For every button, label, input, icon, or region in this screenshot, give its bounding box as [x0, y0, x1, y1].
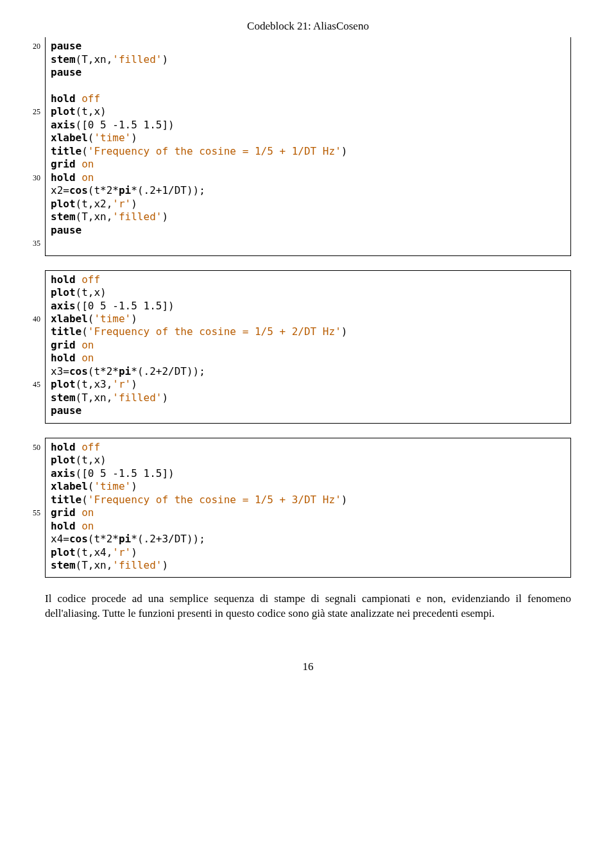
code-line: 30hold on — [46, 171, 570, 184]
line-number — [15, 273, 46, 286]
code-content: pause — [46, 224, 81, 237]
code-line: xlabel('time') — [46, 132, 570, 144]
code-content — [46, 80, 57, 92]
code-content: x4=cos(t*2*pi*(.2+3/DT)); — [46, 533, 205, 546]
code-line: plot(t,x4,'r') — [46, 546, 570, 559]
code-line — [46, 80, 570, 92]
code-line: xlabel('time') — [46, 480, 570, 493]
code-line: pause — [46, 404, 570, 417]
line-number — [15, 494, 46, 506]
line-number — [15, 404, 46, 417]
code-line: hold off — [46, 273, 570, 286]
code-content: hold on — [46, 520, 94, 533]
code-content: title('Frequency of the cosine = 1/5 + 2… — [46, 325, 347, 338]
line-number — [15, 224, 46, 237]
line-number — [15, 300, 46, 313]
line-number — [15, 467, 46, 480]
code-line: 45plot(t,x3,'r') — [46, 378, 570, 391]
code-line: plot(t,x) — [46, 454, 570, 467]
codeblocks-container: 20pausestem(T,xn,'filled')pause hold off… — [45, 37, 571, 578]
code-line: plot(t,x) — [46, 286, 570, 299]
code-line: title('Frequency of the cosine = 1/5 + 2… — [46, 325, 570, 338]
code-line: hold on — [46, 352, 570, 365]
code-content: title('Frequency of the cosine = 1/5 + 3… — [46, 494, 347, 506]
code-content: xlabel('time') — [46, 313, 137, 325]
line-number — [15, 520, 46, 533]
code-content: plot(t,x) — [46, 105, 107, 118]
line-number: 50 — [15, 441, 46, 454]
code-line: stem(T,xn,'filled') — [46, 211, 570, 223]
code-content: hold off — [46, 92, 100, 105]
code-line: axis([0 5 -1.5 1.5]) — [46, 300, 570, 313]
line-number — [15, 132, 46, 144]
line-number — [15, 184, 46, 197]
code-content: xlabel('time') — [46, 480, 137, 493]
code-line: 40xlabel('time') — [46, 313, 570, 325]
line-number — [15, 198, 46, 211]
line-number — [15, 286, 46, 299]
code-content — [46, 237, 57, 250]
codeblock: 20pausestem(T,xn,'filled')pause hold off… — [45, 37, 571, 256]
line-number — [15, 119, 46, 132]
line-number: 20 — [15, 40, 46, 53]
code-line: title('Frequency of the cosine = 1/5 + 1… — [46, 145, 570, 158]
line-number — [15, 53, 46, 66]
code-line: x2=cos(t*2*pi*(.2+1/DT)); — [46, 184, 570, 197]
line-number — [15, 92, 46, 105]
code-content: x2=cos(t*2*pi*(.2+1/DT)); — [46, 184, 205, 197]
code-line: 55grid on — [46, 506, 570, 519]
line-number — [15, 145, 46, 158]
code-content: x3=cos(t*2*pi*(.2+2/DT)); — [46, 365, 205, 378]
line-number — [15, 158, 46, 171]
code-content: grid on — [46, 158, 94, 171]
line-number: 40 — [15, 313, 46, 325]
code-content: stem(T,xn,'filled') — [46, 211, 168, 223]
code-line: 50hold off — [46, 441, 570, 454]
line-number — [15, 66, 46, 79]
line-number: 25 — [15, 105, 46, 118]
code-content: title('Frequency of the cosine = 1/5 + 1… — [46, 145, 347, 158]
code-content: grid on — [46, 506, 94, 519]
code-content: xlabel('time') — [46, 132, 137, 144]
line-number — [15, 454, 46, 467]
code-line: x3=cos(t*2*pi*(.2+2/DT)); — [46, 365, 570, 378]
code-line: 25plot(t,x) — [46, 105, 570, 118]
code-line: 20pause — [46, 40, 570, 53]
code-content: pause — [46, 66, 81, 79]
code-content: stem(T,xn,'filled') — [46, 53, 168, 66]
code-content: stem(T,xn,'filled') — [46, 392, 168, 404]
code-line: hold off — [46, 92, 570, 105]
code-content: hold on — [46, 352, 94, 365]
code-content: plot(t,x) — [46, 454, 107, 467]
code-content: axis([0 5 -1.5 1.5]) — [46, 467, 175, 480]
code-line: x4=cos(t*2*pi*(.2+3/DT)); — [46, 533, 570, 546]
code-line: stem(T,xn,'filled') — [46, 559, 570, 572]
line-number — [15, 211, 46, 223]
codeblock: 50hold offplot(t,x)axis([0 5 -1.5 1.5])x… — [45, 438, 571, 578]
line-number: 30 — [15, 171, 46, 184]
code-line: pause — [46, 224, 570, 237]
code-line: grid on — [46, 339, 570, 352]
code-line: stem(T,xn,'filled') — [46, 392, 570, 404]
line-number — [15, 339, 46, 352]
line-number — [15, 392, 46, 404]
code-content: stem(T,xn,'filled') — [46, 559, 168, 572]
body-paragraph: Il codice procede ad una semplice sequen… — [45, 592, 571, 621]
code-content: grid on — [46, 339, 94, 352]
code-line: pause — [46, 66, 570, 79]
codeblock: hold offplot(t,x)axis([0 5 -1.5 1.5])40x… — [45, 270, 571, 424]
line-number — [15, 325, 46, 338]
code-line: axis([0 5 -1.5 1.5]) — [46, 119, 570, 132]
code-content: plot(t,x4,'r') — [46, 546, 137, 559]
line-number — [15, 365, 46, 378]
code-content: hold off — [46, 273, 100, 286]
line-number: 35 — [15, 237, 46, 250]
code-line: 35 — [46, 237, 570, 250]
line-number: 55 — [15, 506, 46, 519]
line-number — [15, 480, 46, 493]
line-number — [15, 533, 46, 546]
line-number — [15, 352, 46, 365]
code-content: hold on — [46, 171, 94, 184]
page-number: 16 — [45, 660, 571, 674]
code-content: plot(t,x2,'r') — [46, 198, 137, 211]
